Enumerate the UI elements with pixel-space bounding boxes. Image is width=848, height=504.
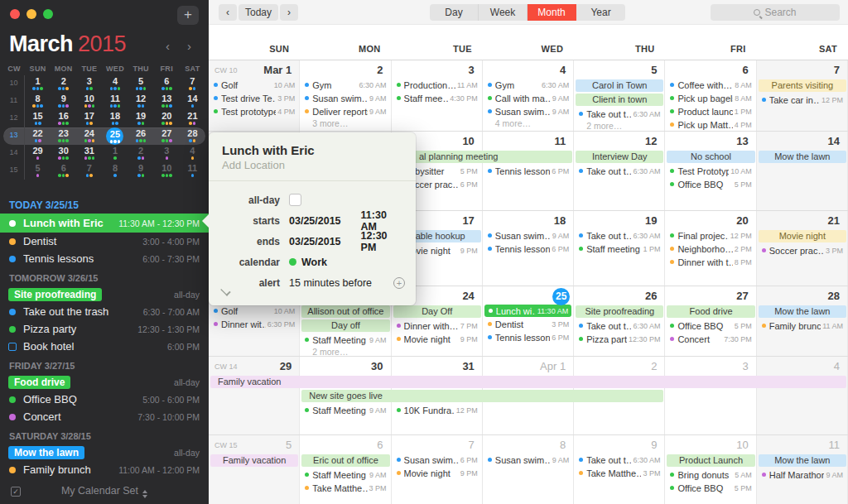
mini-cal-day[interactable]: 30 [51,145,76,160]
mini-cal-day[interactable]: 24 [76,127,102,142]
all-day-event-bar[interactable]: Mow the lawn [759,305,846,318]
mini-cal-day[interactable]: 1 [25,75,51,90]
starts-time-field[interactable]: 11:30 AM [361,209,404,233]
mini-cal-day[interactable]: 4 [180,145,205,160]
tab-year[interactable]: Year [576,4,625,21]
all-day-event-bar[interactable]: Mow the lawn [759,454,846,467]
all-day-event-bar[interactable]: Carol in Town [576,79,663,92]
agenda-item[interactable]: Take out the trash6:30 - 7:00 AM [0,303,209,320]
calendar-set-selector[interactable]: My Calendar Set [0,485,209,498]
agenda-item[interactable]: Lunch with Eric11:30 AM - 12:30 PM [0,214,209,233]
next-period-button[interactable]: › [280,4,298,21]
mini-cal-day[interactable]: 8 [25,93,51,108]
mini-cal-day[interactable]: 6 [154,75,180,90]
mini-cal-day[interactable]: 3 [154,145,180,160]
agenda-item[interactable]: Family brunch11:00 AM - 12:00 PM [0,461,209,478]
mini-cal-day[interactable]: 28 [180,127,205,142]
mini-cal-day[interactable]: 31 [76,145,102,160]
mini-cal-day[interactable]: 27 [154,127,180,142]
all-day-event-bar[interactable]: Mow the lawn [759,151,846,163]
all-day-event-bar[interactable]: Product Launch [667,454,754,467]
agenda-item[interactable]: Office BBQ5:00 - 6:00 PM [0,391,209,408]
mini-cal-day[interactable]: 11 [180,162,205,177]
mini-cal-day[interactable]: 19 [128,110,154,125]
all-day-event-bar[interactable]: Family vacation [210,454,298,467]
agenda-item[interactable]: Book hotel6:00 PM [0,338,209,355]
starts-date-field[interactable]: 03/25/2015 [289,215,341,227]
add-alert-icon[interactable]: + [393,277,405,289]
prev-period-button[interactable]: ‹ [219,4,237,21]
all-day-event-bar[interactable]: Movie night [759,230,846,242]
calendar-set-footer[interactable]: ✓ My Calendar Set [0,479,209,504]
all-day-event-bar[interactable]: Client in town [576,94,663,106]
mini-cal-day[interactable]: 16 [51,110,76,125]
mini-cal-day[interactable]: 22 [25,127,51,142]
agenda-item[interactable]: Concert7:30 - 10:00 PM [0,408,209,425]
mini-cal-day[interactable]: 10 [154,162,180,177]
mini-cal-day[interactable]: 7 [180,75,205,90]
task-checkbox[interactable] [8,343,17,351]
mini-cal-day[interactable]: 5 [25,162,51,177]
mini-cal-day[interactable]: 9 [128,162,154,177]
mini-cal-day[interactable]: 1 [102,145,128,160]
mini-cal-day[interactable]: 15 [25,110,51,125]
mini-cal-day[interactable]: 3 [76,75,102,90]
allday-checkbox[interactable] [289,194,301,206]
tab-day[interactable]: Day [430,4,479,21]
mini-cal-day[interactable]: 26 [128,127,154,142]
mini-cal-day[interactable]: 10 [76,93,102,108]
mini-cal-day[interactable]: 7 [76,162,102,177]
mini-cal-day[interactable]: 8 [102,162,128,177]
mini-cal-day[interactable]: 18 [102,110,128,125]
search-input[interactable]: Search [711,4,840,21]
close-window-button[interactable] [10,9,20,19]
tab-month[interactable]: Month [528,4,576,21]
next-month-icon[interactable]: › [187,39,191,53]
prev-month-icon[interactable]: ‹ [166,39,170,53]
mini-cal-day[interactable]: 25 [102,127,128,145]
mini-cal-day[interactable]: 13 [154,93,180,108]
all-day-event-bar[interactable]: Day Off [393,305,481,318]
new-event-button[interactable]: + [177,6,199,25]
mini-cal-day[interactable]: 12 [128,93,154,108]
mini-cal-day[interactable]: 29 [25,145,51,160]
agenda-item[interactable]: Dentist3:00 - 4:00 PM [0,233,209,250]
tab-week[interactable]: Week [479,4,528,21]
all-day-event-bar[interactable]: Eric out of office [301,454,389,467]
zoom-window-button[interactable] [43,9,53,19]
minimize-window-button[interactable] [26,9,36,19]
all-day-event-bar[interactable]: Interview Day [576,151,663,163]
all-day-event-bar[interactable]: New site goes live [301,390,663,402]
all-day-event-bar[interactable]: Parents visiting [759,79,846,92]
all-day-event-bar[interactable]: Family vacation [210,376,846,388]
mini-cal-day[interactable]: 14 [180,93,205,108]
agenda-item[interactable]: Pizza party12:30 - 1:30 PM [0,320,209,338]
agenda-item[interactable]: Food driveall-day [0,373,209,391]
mini-cal-day[interactable]: 4 [102,75,128,90]
mini-cal-day[interactable]: 21 [180,110,205,125]
location-field[interactable]: Add Location [209,157,416,171]
mini-cal-day[interactable]: 2 [128,145,154,160]
alert-field[interactable]: 15 minutes before [289,277,372,289]
reminders-checkbox-icon[interactable]: ✓ [11,487,21,497]
mini-cal-day[interactable]: 5 [128,75,154,90]
today-button[interactable]: Today [238,4,278,21]
mini-cal-day[interactable]: 2 [51,75,76,90]
mini-cal-day[interactable]: 9 [51,93,76,108]
mini-cal-day[interactable]: 6 [51,162,76,177]
all-day-event-bar[interactable]: Day off [301,319,389,332]
calendar-field[interactable]: Work [301,257,327,268]
mini-cal-day[interactable]: 20 [154,110,180,125]
agenda-item[interactable]: Tennis lessons6:00 - 7:30 PM [0,250,209,267]
mini-cal-day[interactable]: 17 [76,110,102,125]
agenda-item[interactable]: Site proofreadingall-day [0,286,209,303]
all-day-event-bar[interactable]: Site proofreading [576,305,663,318]
mini-cal-day[interactable]: 11 [102,93,128,108]
all-day-event-bar[interactable]: Allison out of office [301,305,389,318]
mini-cal-day[interactable]: 23 [51,127,76,142]
all-day-event-bar[interactable]: Food drive [667,305,754,318]
ends-date-field[interactable]: 03/25/2015 [289,236,341,247]
all-day-event-bar[interactable]: No school [667,151,754,163]
ends-time-field[interactable]: 12:30 PM [361,230,404,253]
agenda-item[interactable]: Mow the lawnall-day [0,444,209,461]
